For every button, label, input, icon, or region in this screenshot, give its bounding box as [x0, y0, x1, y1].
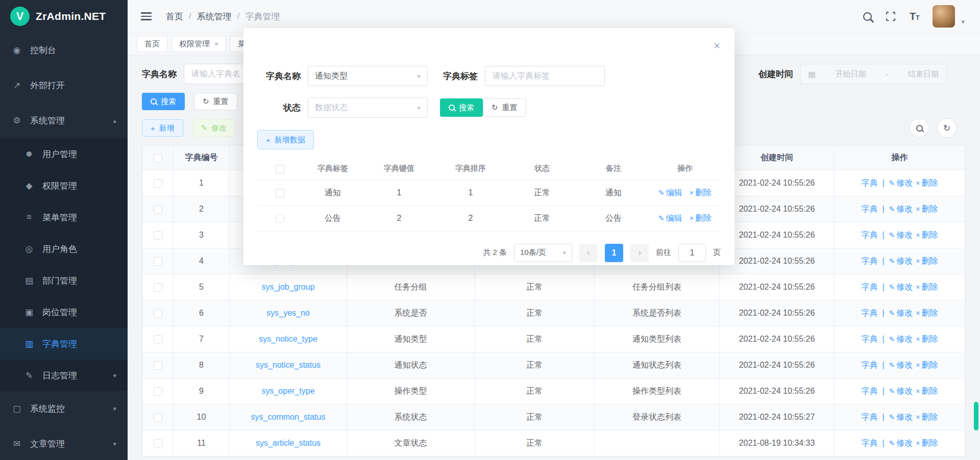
row-action-edit-link[interactable]: ✎修改	[889, 361, 913, 369]
dialog-reset-button[interactable]: ↻ 重置	[483, 98, 526, 117]
row-action-delete-link[interactable]: ×删除	[916, 231, 938, 239]
row-checkbox[interactable]	[154, 361, 162, 370]
row-action-dict-link[interactable]: 字典	[861, 361, 877, 369]
toggle-search-button[interactable]	[910, 118, 929, 138]
search-button[interactable]: 搜索	[142, 93, 185, 110]
fullscreen-icon[interactable]	[885, 11, 896, 22]
dialog-close-icon[interactable]: ×	[714, 40, 720, 52]
sidebar-item-system[interactable]: ⚙ 系统管理 ▴	[0, 103, 128, 138]
sidebar-item-menus[interactable]: ≡ 菜单管理	[0, 201, 128, 233]
row-action-edit-link[interactable]: ✎修改	[889, 205, 913, 213]
row-action-dict-link[interactable]: 字典	[861, 309, 877, 317]
app-logo[interactable]: V ZrAdmin.NET	[0, 0, 128, 33]
sidebar-item-departments[interactable]: ▤ 部门管理	[0, 265, 128, 296]
row-action-edit-link[interactable]: ✎修改	[889, 387, 913, 395]
user-avatar[interactable]	[933, 5, 955, 28]
row-action-dict-link[interactable]: 字典	[861, 387, 877, 395]
row-delete-link[interactable]: ×删除	[690, 188, 712, 197]
reset-button[interactable]: ↻ 重置	[194, 93, 237, 110]
sidebar-item-logs[interactable]: ✎ 日志管理 ▾	[0, 360, 128, 391]
dict-type-link[interactable]: sys_notice_type	[259, 335, 317, 343]
row-checkbox[interactable]	[154, 309, 162, 318]
row-action-dict-link[interactable]: 字典	[861, 283, 877, 291]
prev-page-button[interactable]: ‹	[579, 244, 598, 262]
row-action-delete-link[interactable]: ×删除	[916, 361, 938, 369]
page-size-select[interactable]: 10条/页 ▾	[514, 244, 572, 262]
row-action-dict-link[interactable]: 字典	[861, 439, 877, 447]
dict-type-link[interactable]: sys_notice_status	[256, 361, 321, 369]
current-page-button[interactable]: 1	[605, 244, 623, 262]
status-select[interactable]: 数据状态 ▾	[308, 97, 428, 118]
user-menu-caret-icon[interactable]: ▾	[961, 18, 965, 28]
row-checkbox[interactable]	[154, 205, 162, 214]
row-action-delete-link[interactable]: ×删除	[916, 335, 938, 343]
breadcrumb-home[interactable]: 首页	[166, 11, 183, 22]
close-icon[interactable]: ×	[214, 40, 218, 48]
row-action-delete-link[interactable]: ×删除	[916, 387, 938, 395]
row-action-edit-link[interactable]: ✎修改	[889, 178, 913, 187]
row-action-edit-link[interactable]: ✎修改	[889, 309, 913, 317]
font-size-icon[interactable]: TT	[910, 11, 920, 22]
next-page-button[interactable]: ›	[630, 244, 649, 262]
sidebar-item-users[interactable]: ☻ 用户管理	[0, 138, 128, 170]
row-checkbox[interactable]	[276, 189, 284, 197]
row-action-delete-link[interactable]: ×删除	[916, 283, 938, 291]
row-delete-link[interactable]: ×删除	[690, 214, 712, 222]
select-all-checkbox[interactable]	[276, 165, 284, 173]
row-edit-link[interactable]: ✎编辑	[658, 214, 682, 222]
sidebar-item-articles[interactable]: ✉ 文章管理 ▾	[0, 426, 128, 460]
refresh-table-button[interactable]: ↻	[937, 118, 957, 138]
dict-tag-input[interactable]	[485, 66, 605, 86]
vertical-scrollbar-thumb[interactable]	[974, 402, 978, 430]
row-action-edit-link[interactable]: ✎修改	[889, 231, 913, 239]
create-time-range-picker[interactable]: ▦ 开始日期 - 结束日期	[800, 64, 946, 84]
sidebar-item-dictionary[interactable]: ▥ 字典管理	[0, 328, 128, 360]
row-action-edit-link[interactable]: ✎修改	[889, 439, 913, 447]
row-action-dict-link[interactable]: 字典	[861, 257, 877, 265]
sidebar-item-external[interactable]: ↗ 外部打开	[0, 68, 128, 103]
row-checkbox[interactable]	[154, 387, 162, 396]
row-action-delete-link[interactable]: ×删除	[916, 178, 938, 187]
row-checkbox[interactable]	[154, 231, 162, 240]
row-checkbox[interactable]	[154, 283, 162, 292]
row-checkbox[interactable]	[154, 439, 162, 448]
dict-name-select[interactable]: 通知类型 ▾	[308, 66, 428, 86]
tab-home[interactable]: 首页	[137, 36, 167, 52]
row-action-delete-link[interactable]: ×删除	[916, 413, 938, 421]
row-action-delete-link[interactable]: ×删除	[916, 309, 938, 317]
row-action-dict-link[interactable]: 字典	[861, 413, 877, 421]
dict-type-link[interactable]: sys_common_status	[251, 413, 326, 421]
row-action-edit-link[interactable]: ✎修改	[889, 283, 913, 291]
row-action-delete-link[interactable]: ×删除	[916, 205, 938, 213]
sidebar-collapse-button[interactable]	[140, 10, 153, 22]
select-all-checkbox[interactable]	[154, 154, 162, 163]
modify-button[interactable]: ✎ 修改	[192, 119, 236, 137]
tab-permissions[interactable]: 权限管理 ×	[172, 36, 226, 52]
dialog-search-button[interactable]: 搜索	[440, 98, 483, 117]
row-action-dict-link[interactable]: 字典	[861, 335, 877, 343]
row-action-dict-link[interactable]: 字典	[861, 205, 877, 213]
sidebar-item-monitor[interactable]: ▢ 系统监控 ▾	[0, 391, 128, 426]
row-checkbox[interactable]	[276, 214, 284, 223]
sidebar-item-permissions[interactable]: ◆ 权限管理	[0, 170, 128, 201]
goto-page-input[interactable]	[678, 244, 706, 262]
row-action-edit-link[interactable]: ✎修改	[889, 335, 913, 343]
breadcrumb-system[interactable]: 系统管理	[197, 11, 232, 22]
search-icon[interactable]	[863, 12, 872, 21]
row-checkbox[interactable]	[154, 257, 162, 266]
row-action-dict-link[interactable]: 字典	[861, 231, 877, 239]
row-action-edit-link[interactable]: ✎修改	[889, 413, 913, 421]
row-action-edit-link[interactable]: ✎修改	[889, 257, 913, 265]
row-checkbox[interactable]	[154, 335, 162, 344]
dict-type-link[interactable]: sys_yes_no	[266, 309, 310, 317]
dict-type-link[interactable]: sys_article_status	[256, 439, 321, 447]
dict-type-link[interactable]: sys_job_group	[261, 283, 314, 291]
row-action-delete-link[interactable]: ×删除	[916, 257, 938, 265]
sidebar-item-posts[interactable]: ▣ 岗位管理	[0, 296, 128, 328]
row-checkbox[interactable]	[154, 179, 162, 188]
add-button[interactable]: + 新增	[142, 119, 183, 137]
add-dict-data-button[interactable]: + 新增数据	[257, 130, 314, 149]
row-checkbox[interactable]	[154, 413, 162, 422]
row-edit-link[interactable]: ✎编辑	[658, 188, 682, 197]
row-action-dict-link[interactable]: 字典	[861, 178, 877, 187]
